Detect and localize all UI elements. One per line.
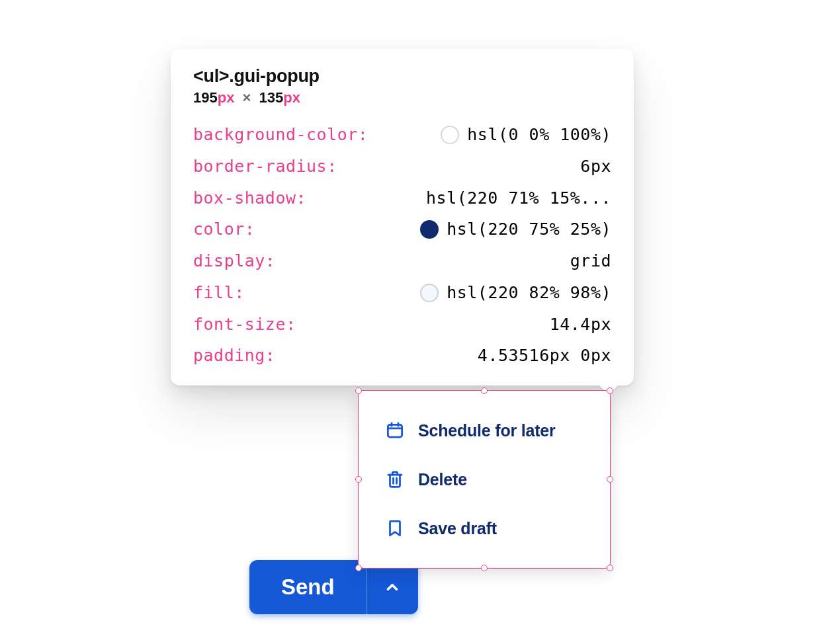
prop-value-text: hsl(220 71% 15%... <box>426 187 611 210</box>
prop-key: fill <box>193 282 245 304</box>
prop-value: hsl(0 0% 100%) <box>441 124 611 146</box>
prop-value-text: 4.53516px 0px <box>478 344 611 367</box>
popup-item-delete[interactable]: Delete <box>359 455 610 504</box>
prop-color: color hsl(220 75% 25%) <box>193 218 611 241</box>
popup-item-label: Save draft <box>418 519 497 538</box>
selection-handle[interactable] <box>607 565 613 571</box>
inspector-width: 195 <box>193 89 218 106</box>
selection-handle[interactable] <box>607 387 613 394</box>
inspector-selector: <ul>.gui-popup <box>193 66 611 87</box>
inspector-dimensions: 195px × 135px <box>193 89 611 106</box>
prop-key: background-color <box>193 124 368 146</box>
popup-item-label: Schedule for later <box>418 421 556 440</box>
color-swatch-icon <box>420 284 439 302</box>
prop-display: display grid <box>193 250 611 272</box>
inspector-header: <ul>.gui-popup 195px × 135px <box>193 66 611 106</box>
dimension-sep: × <box>243 89 251 106</box>
prop-key: font-size <box>193 313 296 336</box>
bookmark-icon <box>385 518 405 538</box>
selection-handle[interactable] <box>481 565 488 571</box>
prop-value-text: hsl(220 82% 98%) <box>447 282 611 304</box>
selection-handle[interactable] <box>481 387 488 394</box>
prop-padding: padding 4.53516px 0px <box>193 344 611 367</box>
prop-value: hsl(220 82% 98%) <box>420 282 611 304</box>
inspector-height: 135 <box>259 89 284 106</box>
unit-px: px <box>283 89 300 106</box>
prop-box-shadow: box-shadow hsl(220 71% 15%... <box>193 187 611 210</box>
selection-handle[interactable] <box>355 387 362 394</box>
prop-value-text: grid <box>570 250 611 272</box>
popup-item-label: Delete <box>418 470 467 489</box>
prop-key: box-shadow <box>193 187 306 210</box>
color-swatch-icon <box>441 126 459 144</box>
prop-fill: fill hsl(220 82% 98%) <box>193 282 611 304</box>
prop-key: border-radius <box>193 155 337 178</box>
prop-value: hsl(220 75% 25%) <box>420 218 611 241</box>
trash-icon <box>385 469 405 489</box>
popup-item-schedule[interactable]: Schedule for later <box>359 406 610 455</box>
gui-popup: Schedule for later Delete Save draft <box>358 390 611 569</box>
prop-value-text: hsl(220 75% 25%) <box>447 218 611 241</box>
prop-value-text: 14.4px <box>550 313 611 336</box>
popup-item-save-draft[interactable]: Save draft <box>359 504 610 553</box>
calendar-icon <box>385 421 405 440</box>
prop-background-color: background-color hsl(0 0% 100%) <box>193 124 611 146</box>
selection-handle[interactable] <box>355 476 362 483</box>
prop-value-text: 6px <box>580 155 611 178</box>
svg-rect-0 <box>388 424 402 437</box>
send-button[interactable]: Send <box>249 560 366 614</box>
prop-key: color <box>193 218 255 241</box>
chevron-up-icon <box>384 579 401 596</box>
inspector-properties: background-color hsl(0 0% 100%) border-r… <box>193 124 611 367</box>
color-swatch-icon <box>420 220 439 239</box>
prop-value-text: hsl(0 0% 100%) <box>467 124 611 146</box>
selection-handle[interactable] <box>607 476 613 483</box>
unit-px: px <box>218 89 235 106</box>
selection-handle[interactable] <box>355 565 362 571</box>
prop-border-radius: border-radius 6px <box>193 155 611 178</box>
prop-key: padding <box>193 344 275 367</box>
prop-font-size: font-size 14.4px <box>193 313 611 336</box>
css-inspector-tooltip: <ul>.gui-popup 195px × 135px background-… <box>171 49 634 385</box>
prop-key: display <box>193 250 275 272</box>
